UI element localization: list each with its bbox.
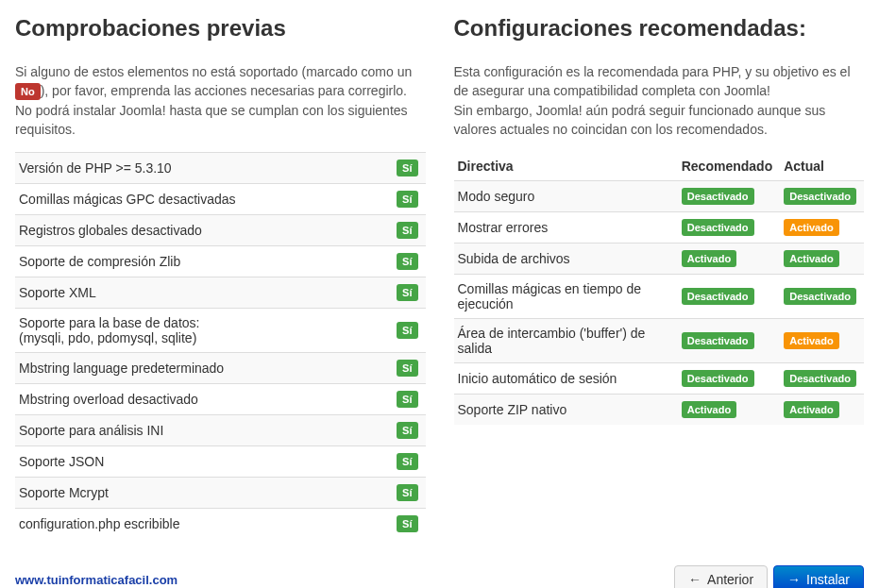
directive-label: Subida de archivos bbox=[454, 244, 678, 275]
table-row: Soporte XMLSí bbox=[15, 277, 426, 309]
recommended-value: Desactivado bbox=[678, 319, 780, 363]
watermark: www.tuinformaticafacil.com bbox=[15, 573, 177, 587]
check-status: Sí bbox=[388, 446, 426, 478]
check-status: Sí bbox=[388, 509, 426, 540]
col-actual: Actual bbox=[780, 152, 864, 181]
table-row: Soporte para la base de datos:(mysqli, p… bbox=[15, 309, 426, 353]
table-row: Modo seguroDesactivadoDesactivado bbox=[454, 181, 865, 212]
status-badge: Activado bbox=[784, 250, 838, 267]
status-badge: Sí bbox=[397, 160, 417, 176]
recommended-value: Desactivado bbox=[678, 363, 780, 395]
check-status: Sí bbox=[388, 184, 426, 215]
check-label: Versión de PHP >= 5.3.10 bbox=[15, 153, 388, 184]
status-badge: Desactivado bbox=[682, 332, 754, 349]
status-badge: Desactivado bbox=[682, 288, 754, 305]
check-label: Soporte JSON bbox=[15, 446, 388, 478]
install-button[interactable]: → Instalar bbox=[773, 565, 864, 588]
recommended-value: Desactivado bbox=[678, 212, 780, 244]
col-directive: Directiva bbox=[454, 152, 678, 181]
table-row: Mbstring language predeterminadoSí bbox=[15, 353, 426, 384]
directive-label: Inicio automático de sesión bbox=[454, 363, 678, 395]
directive-label: Mostrar errores bbox=[454, 212, 678, 244]
table-row: Registros globales desactivadoSí bbox=[15, 215, 426, 246]
status-badge: Activado bbox=[682, 250, 736, 267]
check-label: Registros globales desactivado bbox=[15, 215, 388, 246]
status-badge: Sí bbox=[397, 253, 417, 270]
no-badge: No bbox=[15, 83, 41, 100]
check-label: Mbstring overload desactivado bbox=[15, 384, 388, 415]
actual-value: Activado bbox=[780, 212, 864, 244]
table-row: Versión de PHP >= 5.3.10Sí bbox=[15, 153, 426, 184]
status-badge: Desactivado bbox=[682, 219, 754, 236]
status-badge: Activado bbox=[784, 401, 838, 418]
status-badge: Desactivado bbox=[784, 188, 856, 205]
table-row: Mbstring overload desactivadoSí bbox=[15, 384, 426, 415]
status-badge: Sí bbox=[397, 515, 417, 532]
table-row: Comillas mágicas en tiempo de ejecuciónD… bbox=[454, 275, 865, 319]
actual-value: Desactivado bbox=[780, 275, 864, 319]
status-badge: Desactivado bbox=[682, 188, 754, 205]
status-badge: Desactivado bbox=[784, 370, 856, 387]
recommended-title: Configuraciones recomendadas: bbox=[454, 15, 865, 42]
recommended-value: Activado bbox=[678, 244, 780, 275]
previous-button[interactable]: ← Anterior bbox=[674, 565, 768, 588]
directive-label: Área de intercambio ('buffer') de salida bbox=[454, 319, 678, 363]
recommended-value: Desactivado bbox=[678, 181, 780, 212]
checks-table: Versión de PHP >= 5.3.10SíComillas mágic… bbox=[15, 152, 426, 539]
status-badge: Desactivado bbox=[682, 370, 754, 387]
check-label: Comillas mágicas GPC desactivadas bbox=[15, 184, 388, 215]
check-label: Soporte para la base de datos:(mysqli, p… bbox=[15, 309, 388, 353]
check-label: Soporte para análisis INI bbox=[15, 415, 388, 446]
check-status: Sí bbox=[388, 153, 426, 184]
recommended-value: Activado bbox=[678, 395, 780, 426]
install-label: Instalar bbox=[806, 572, 850, 587]
check-status: Sí bbox=[388, 277, 426, 309]
actual-value: Activado bbox=[780, 395, 864, 426]
status-badge: Sí bbox=[397, 191, 417, 208]
table-row: Soporte ZIP nativoActivadoActivado bbox=[454, 395, 865, 426]
actual-value: Desactivado bbox=[780, 181, 864, 212]
status-badge: Sí bbox=[397, 453, 417, 470]
check-label: configuration.php escribible bbox=[15, 509, 388, 540]
table-row: Soporte de compresión ZlibSí bbox=[15, 246, 426, 277]
recommended-intro-2: Sin embargo, Joomla! aún podrá seguir fu… bbox=[454, 103, 826, 137]
check-status: Sí bbox=[388, 415, 426, 446]
checks-intro: Si alguno de estos elementos no está sop… bbox=[15, 62, 426, 139]
directive-label: Modo seguro bbox=[454, 181, 678, 212]
check-label: Soporte XML bbox=[15, 277, 388, 309]
status-badge: Sí bbox=[397, 322, 417, 339]
arrow-right-icon: → bbox=[787, 573, 801, 586]
previous-label: Anterior bbox=[707, 572, 753, 587]
intro-text-post: ), por favor, emprenda las acciones nece… bbox=[15, 83, 408, 137]
table-row: Inicio automático de sesiónDesactivadoDe… bbox=[454, 363, 865, 395]
table-row: Subida de archivosActivadoActivado bbox=[454, 244, 865, 275]
arrow-left-icon: ← bbox=[688, 573, 702, 586]
check-label: Mbstring language predeterminado bbox=[15, 353, 388, 384]
check-status: Sí bbox=[388, 215, 426, 246]
pre-install-checks: Comprobaciones previas Si alguno de esto… bbox=[15, 15, 426, 539]
directive-label: Soporte ZIP nativo bbox=[454, 395, 678, 426]
status-badge: Sí bbox=[397, 222, 417, 239]
actual-value: Desactivado bbox=[780, 363, 864, 395]
actual-value: Activado bbox=[780, 319, 864, 363]
intro-text-pre: Si alguno de estos elementos no está sop… bbox=[15, 64, 412, 79]
table-row: Área de intercambio ('buffer') de salida… bbox=[454, 319, 865, 363]
status-badge: Activado bbox=[784, 219, 838, 236]
col-recommended: Recomendado bbox=[678, 152, 780, 181]
recommended-intro: Esta configuración es la recomendada par… bbox=[454, 62, 865, 139]
recommended-value: Desactivado bbox=[678, 275, 780, 319]
table-row: Comillas mágicas GPC desactivadasSí bbox=[15, 184, 426, 215]
directive-label: Comillas mágicas en tiempo de ejecución bbox=[454, 275, 678, 319]
table-row: Soporte para análisis INISí bbox=[15, 415, 426, 446]
check-status: Sí bbox=[388, 309, 426, 353]
table-row: Mostrar erroresDesactivadoActivado bbox=[454, 212, 865, 244]
nav-buttons: ← Anterior → Instalar bbox=[674, 565, 864, 588]
status-badge: Sí bbox=[397, 284, 417, 301]
check-status: Sí bbox=[388, 478, 426, 509]
table-row: Soporte JSONSí bbox=[15, 446, 426, 478]
status-badge: Sí bbox=[397, 360, 417, 377]
check-label: Soporte Mcrypt bbox=[15, 478, 388, 509]
status-badge: Sí bbox=[397, 391, 417, 408]
status-badge: Activado bbox=[784, 332, 838, 349]
recommended-settings: Configuraciones recomendadas: Esta confi… bbox=[454, 15, 865, 539]
